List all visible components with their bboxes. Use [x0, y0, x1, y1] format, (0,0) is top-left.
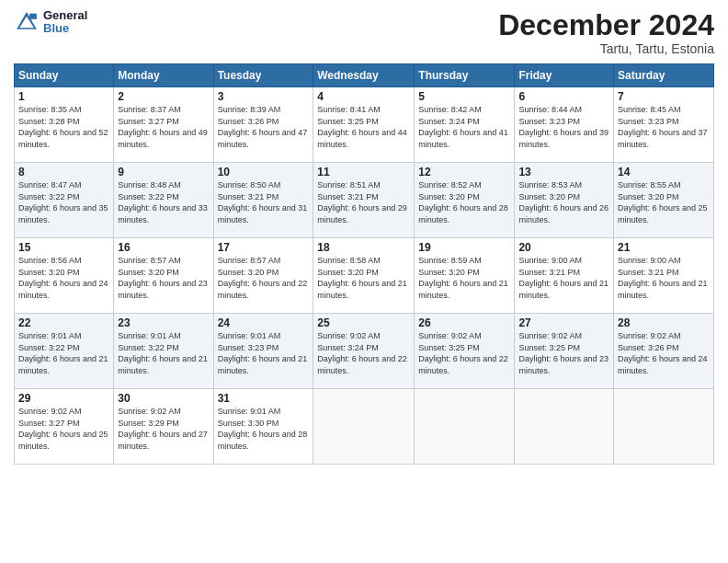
day-number: 28 — [618, 316, 710, 329]
week-row-2: 8Sunrise: 8:47 AMSunset: 3:22 PMDaylight… — [15, 163, 714, 238]
calendar-cell: 6Sunrise: 8:44 AMSunset: 3:23 PMDaylight… — [515, 87, 614, 163]
calendar-cell: 10Sunrise: 8:50 AMSunset: 3:21 PMDayligh… — [213, 163, 313, 238]
day-info: Sunrise: 9:00 AMSunset: 3:21 PMDaylight:… — [618, 255, 710, 301]
day-number: 8 — [18, 166, 109, 178]
day-info: Sunrise: 8:57 AMSunset: 3:20 PMDaylight:… — [118, 255, 209, 301]
day-number: 20 — [518, 241, 609, 254]
calendar-table: Sunday Monday Tuesday Wednesday Thursday… — [14, 63, 714, 465]
day-number: 26 — [418, 316, 510, 329]
calendar-cell — [515, 389, 614, 465]
week-row-5: 29Sunrise: 9:02 AMSunset: 3:27 PMDayligh… — [15, 389, 714, 465]
day-info: Sunrise: 8:37 AMSunset: 3:27 PMDaylight:… — [118, 104, 209, 150]
calendar-cell: 25Sunrise: 9:02 AMSunset: 3:24 PMDayligh… — [313, 314, 415, 389]
calendar-cell: 19Sunrise: 8:59 AMSunset: 3:20 PMDayligh… — [415, 238, 515, 314]
day-number: 7 — [618, 90, 710, 103]
day-number: 9 — [118, 166, 209, 178]
calendar-cell: 29Sunrise: 9:02 AMSunset: 3:27 PMDayligh… — [15, 389, 114, 465]
day-info: Sunrise: 8:35 AMSunset: 3:28 PMDaylight:… — [18, 104, 109, 150]
day-number: 10 — [218, 166, 310, 178]
day-info: Sunrise: 9:02 AMSunset: 3:26 PMDaylight:… — [618, 330, 710, 376]
day-info: Sunrise: 9:02 AMSunset: 3:25 PMDaylight:… — [418, 330, 510, 376]
day-number: 21 — [618, 241, 710, 254]
day-number: 11 — [317, 166, 410, 178]
day-info: Sunrise: 9:01 AMSunset: 3:22 PMDaylight:… — [118, 330, 209, 376]
logo-line2: Blue — [43, 22, 87, 35]
calendar-cell: 23Sunrise: 9:01 AMSunset: 3:22 PMDayligh… — [114, 314, 213, 389]
calendar-cell: 16Sunrise: 8:57 AMSunset: 3:20 PMDayligh… — [114, 238, 213, 314]
col-wednesday: Wednesday — [313, 64, 415, 87]
day-info: Sunrise: 8:39 AMSunset: 3:26 PMDaylight:… — [218, 104, 310, 150]
calendar-page: General Blue December 2024 Tartu, Tartu,… — [0, 0, 728, 563]
calendar-cell: 20Sunrise: 9:00 AMSunset: 3:21 PMDayligh… — [515, 238, 614, 314]
col-friday: Friday — [515, 64, 614, 87]
title-area: December 2024 Tartu, Tartu, Estonia — [498, 9, 714, 56]
day-info: Sunrise: 9:01 AMSunset: 3:22 PMDaylight:… — [18, 330, 109, 376]
header: General Blue December 2024 Tartu, Tartu,… — [14, 9, 714, 56]
col-saturday: Saturday — [614, 64, 714, 87]
calendar-cell: 4Sunrise: 8:41 AMSunset: 3:25 PMDaylight… — [313, 87, 415, 163]
day-number: 1 — [18, 90, 109, 103]
day-info: Sunrise: 8:57 AMSunset: 3:20 PMDaylight:… — [218, 255, 310, 301]
day-info: Sunrise: 8:53 AMSunset: 3:20 PMDaylight:… — [518, 179, 609, 225]
calendar-cell: 26Sunrise: 9:02 AMSunset: 3:25 PMDayligh… — [415, 314, 515, 389]
calendar-cell — [415, 389, 515, 465]
calendar-cell — [614, 389, 714, 465]
calendar-cell: 9Sunrise: 8:48 AMSunset: 3:22 PMDaylight… — [114, 163, 213, 238]
week-row-3: 15Sunrise: 8:56 AMSunset: 3:20 PMDayligh… — [15, 238, 714, 314]
day-number: 23 — [118, 316, 209, 329]
day-info: Sunrise: 8:58 AMSunset: 3:20 PMDaylight:… — [317, 255, 410, 301]
calendar-cell: 11Sunrise: 8:51 AMSunset: 3:21 PMDayligh… — [313, 163, 415, 238]
day-number: 15 — [18, 241, 109, 254]
svg-marker-3 — [29, 14, 37, 19]
day-info: Sunrise: 8:56 AMSunset: 3:20 PMDaylight:… — [18, 255, 109, 301]
calendar-cell: 30Sunrise: 9:02 AMSunset: 3:29 PMDayligh… — [114, 389, 213, 465]
day-number: 24 — [218, 316, 310, 329]
calendar-cell: 14Sunrise: 8:55 AMSunset: 3:20 PMDayligh… — [614, 163, 714, 238]
day-number: 14 — [618, 166, 710, 178]
calendar-cell: 21Sunrise: 9:00 AMSunset: 3:21 PMDayligh… — [614, 238, 714, 314]
col-tuesday: Tuesday — [213, 64, 313, 87]
day-number: 31 — [218, 392, 310, 405]
day-number: 25 — [317, 316, 410, 329]
calendar-cell: 27Sunrise: 9:02 AMSunset: 3:25 PMDayligh… — [515, 314, 614, 389]
day-info: Sunrise: 9:01 AMSunset: 3:30 PMDaylight:… — [218, 406, 310, 452]
day-info: Sunrise: 9:02 AMSunset: 3:27 PMDaylight:… — [18, 406, 109, 452]
day-number: 3 — [218, 90, 310, 103]
calendar-cell: 13Sunrise: 8:53 AMSunset: 3:20 PMDayligh… — [515, 163, 614, 238]
day-info: Sunrise: 9:02 AMSunset: 3:25 PMDaylight:… — [518, 330, 609, 376]
day-number: 18 — [317, 241, 410, 254]
day-info: Sunrise: 8:55 AMSunset: 3:20 PMDaylight:… — [618, 179, 710, 225]
page-title: December 2024 — [498, 9, 714, 41]
calendar-cell — [313, 389, 415, 465]
calendar-cell: 24Sunrise: 9:01 AMSunset: 3:23 PMDayligh… — [213, 314, 313, 389]
day-info: Sunrise: 8:41 AMSunset: 3:25 PMDaylight:… — [317, 104, 410, 150]
day-info: Sunrise: 8:47 AMSunset: 3:22 PMDaylight:… — [18, 179, 109, 225]
calendar-cell: 1Sunrise: 8:35 AMSunset: 3:28 PMDaylight… — [15, 87, 114, 163]
col-monday: Monday — [114, 64, 213, 87]
col-thursday: Thursday — [415, 64, 515, 87]
page-subtitle: Tartu, Tartu, Estonia — [498, 41, 714, 56]
calendar-cell: 5Sunrise: 8:42 AMSunset: 3:24 PMDaylight… — [415, 87, 515, 163]
day-info: Sunrise: 8:52 AMSunset: 3:20 PMDaylight:… — [418, 179, 510, 225]
calendar-cell: 17Sunrise: 8:57 AMSunset: 3:20 PMDayligh… — [213, 238, 313, 314]
logo-text: General Blue — [43, 9, 87, 36]
day-number: 13 — [518, 166, 609, 178]
logo-icon — [14, 9, 40, 35]
day-number: 12 — [418, 166, 510, 178]
day-number: 19 — [418, 241, 510, 254]
day-number: 27 — [518, 316, 609, 329]
calendar-header-row: Sunday Monday Tuesday Wednesday Thursday… — [15, 64, 714, 87]
day-info: Sunrise: 8:51 AMSunset: 3:21 PMDaylight:… — [317, 179, 410, 225]
week-row-1: 1Sunrise: 8:35 AMSunset: 3:28 PMDaylight… — [15, 87, 714, 163]
day-info: Sunrise: 9:00 AMSunset: 3:21 PMDaylight:… — [518, 255, 609, 301]
day-info: Sunrise: 9:02 AMSunset: 3:29 PMDaylight:… — [118, 406, 209, 452]
day-info: Sunrise: 9:02 AMSunset: 3:24 PMDaylight:… — [317, 330, 410, 376]
calendar-cell: 3Sunrise: 8:39 AMSunset: 3:26 PMDaylight… — [213, 87, 313, 163]
day-number: 16 — [118, 241, 209, 254]
calendar-cell: 12Sunrise: 8:52 AMSunset: 3:20 PMDayligh… — [415, 163, 515, 238]
day-number: 4 — [317, 90, 410, 103]
logo: General Blue — [14, 9, 87, 36]
day-number: 17 — [218, 241, 310, 254]
week-row-4: 22Sunrise: 9:01 AMSunset: 3:22 PMDayligh… — [15, 314, 714, 389]
day-info: Sunrise: 8:48 AMSunset: 3:22 PMDaylight:… — [118, 179, 209, 225]
